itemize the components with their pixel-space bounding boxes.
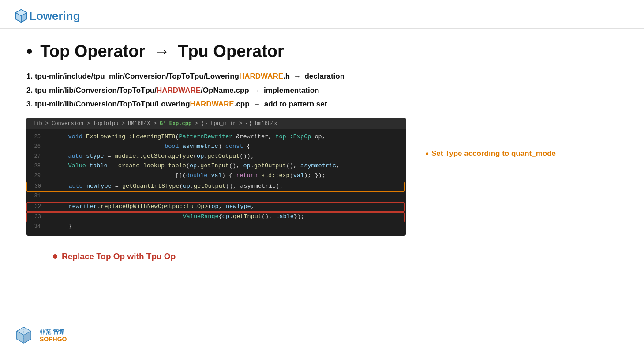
line-number: 33 xyxy=(27,213,46,220)
annotation-bullet: • xyxy=(426,149,429,159)
line-number: 31 xyxy=(26,193,46,199)
footer: 非范·智算 SOPHGO xyxy=(13,325,67,346)
item-arrow: → xyxy=(294,72,303,80)
line-content: rewriter.replaceOpWithNewOp<tpu::LutOp>(… xyxy=(50,203,404,210)
line-number: 27 xyxy=(26,153,46,159)
item-num: 1. xyxy=(26,72,33,80)
item-action: implementation xyxy=(264,86,319,94)
code-block: lib > Conversion > TopToTpu > BM1684X > … xyxy=(26,118,406,236)
code-line-30: 30 auto newType = getQuantInt8Type(op.ge… xyxy=(26,182,405,192)
line-number: 32 xyxy=(27,203,46,210)
item-prefix: tpu-mlir/include/tpu_mlir/Conversion/Top… xyxy=(35,72,239,80)
item-arrow: → xyxy=(253,87,262,94)
line-content: [](double val) { return std::exp(val); }… xyxy=(49,172,406,179)
lowering-icon xyxy=(13,8,29,24)
code-line-26: 26 bool asymmetric) const { xyxy=(26,143,406,152)
line-content: ValueRange{op.getInput(), table}); xyxy=(50,213,404,220)
section-heading: • Top Operator → Tpu Operator xyxy=(26,42,618,61)
code-line-27: 27 auto stype = module::getStorageType(o… xyxy=(26,152,406,162)
item-prefix: tpu-mlir/lib/Conversion/TopToTpu/ xyxy=(35,86,157,94)
crumb-rest: > {} tpu_mlir > {} bm1684x xyxy=(191,121,277,127)
item-arrow: → xyxy=(253,100,262,108)
annotation-text: Set Type according to quant_mode xyxy=(431,149,556,158)
item-suffix: .cpp xyxy=(234,100,250,108)
numbered-list: 1. tpu-mlir/include/tpu_mlir/Conversion/… xyxy=(26,71,618,110)
list-item: 2. tpu-mlir/lib/Conversion/TopToTpu/HARD… xyxy=(26,85,618,96)
code-breadcrumb: lib > Conversion > TopToTpu > BM1684X > … xyxy=(26,118,406,129)
item-num: 3. xyxy=(26,100,33,108)
code-line-31: 31 xyxy=(26,192,406,202)
list-item: 1. tpu-mlir/include/tpu_mlir/Conversion/… xyxy=(26,71,618,82)
line-number: 28 xyxy=(26,162,46,169)
item-suffix: .h xyxy=(283,72,290,80)
code-line-34: 34 } xyxy=(26,223,406,232)
heading-arrow: → xyxy=(153,42,170,61)
line-number: 29 xyxy=(26,172,46,179)
bottom-bullet: Replace Top Op with Tpu Op xyxy=(26,252,618,261)
list-item: 3. tpu-mlir/lib/Conversion/TopToTpu/Lowe… xyxy=(26,98,618,110)
heading-part2: Tpu Operator xyxy=(178,42,284,61)
footer-line1: 非范·智算 xyxy=(40,329,67,336)
bottom-bullet-text: Replace Top Op with Tpu Op xyxy=(62,252,176,261)
line-number: 26 xyxy=(26,143,46,150)
item-num: 2. xyxy=(26,86,33,94)
code-line-33: 33 ValueRange{op.getInput(), table}); xyxy=(26,212,405,222)
line-content: } xyxy=(49,223,406,230)
line-content: void ExpLowering::LoweringINT8(PatternRe… xyxy=(49,133,406,140)
bottom-bullet-dot xyxy=(53,254,57,259)
item-action: declaration xyxy=(304,72,344,80)
code-area: lib > Conversion > TopToTpu > BM1684X > … xyxy=(26,118,406,244)
page-title: Lowering xyxy=(29,9,80,23)
line-content: auto newType = getQuantInt8Type(op.getOu… xyxy=(50,183,404,189)
line-content: bool asymmetric) const { xyxy=(49,143,406,150)
code-line-32: 32 rewriter.replaceOpWithNewOp<tpu::LutO… xyxy=(26,202,405,212)
line-number: 34 xyxy=(26,223,46,230)
footer-line2: SOPHGO xyxy=(40,336,67,343)
code-line-25: 25 void ExpLowering::LoweringINT8(Patter… xyxy=(26,133,406,143)
code-annotation: • Set Type according to quant_mode xyxy=(426,149,556,159)
footer-brand: 非范·智算 SOPHGO xyxy=(40,329,67,343)
code-line-29: 29 [](double val) { return std::exp(val)… xyxy=(26,172,406,181)
line-number: 30 xyxy=(27,183,46,189)
sophgo-cube-icon xyxy=(13,325,34,346)
crumb-file: G⁺ Exp.cpp xyxy=(160,121,191,127)
crumb-text: lib > Conversion > TopToTpu > BM1684X > xyxy=(33,121,160,127)
heading-part1: Top Operator xyxy=(40,42,145,61)
item-prefix: tpu-mlir/lib/Conversion/TopToTpu/Lowerin… xyxy=(35,100,190,108)
code-line-28: 28 Value table = create_lookup_table(op.… xyxy=(26,162,406,172)
line-number: 25 xyxy=(26,133,46,140)
main-content: • Top Operator → Tpu Operator 1. tpu-mli… xyxy=(0,29,644,270)
line-content: auto stype = module::getStorageType(op.g… xyxy=(49,153,406,159)
item-suffix: /OpName.cpp xyxy=(201,86,249,94)
item-action: add to pattern set xyxy=(264,100,327,108)
code-body: 25 void ExpLowering::LoweringINT8(Patter… xyxy=(26,129,406,236)
bullet-char: • xyxy=(26,42,32,61)
line-content: Value table = create_lookup_table(op.get… xyxy=(49,162,406,169)
page-header: Lowering xyxy=(0,0,644,29)
